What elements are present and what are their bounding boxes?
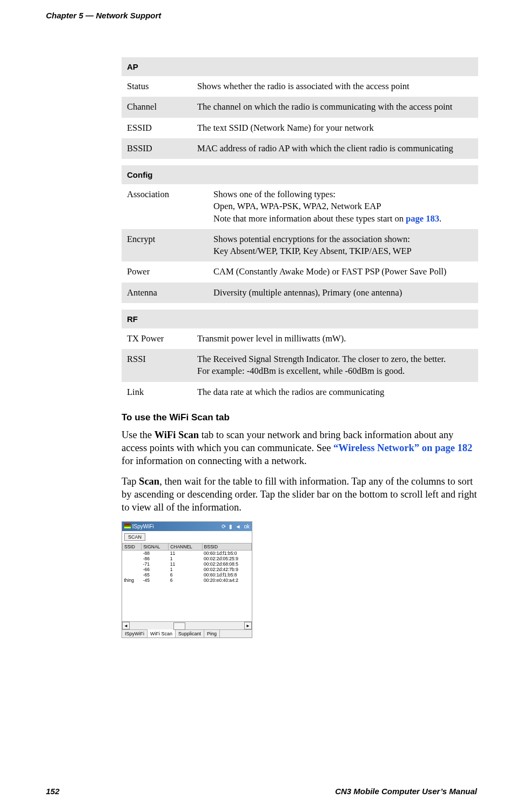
rf-heading: RF bbox=[122, 310, 478, 328]
row-key: Status bbox=[122, 76, 192, 97]
row-val: The data rate at which the radios are co… bbox=[192, 382, 478, 402]
table-row: -881100:60:1d:f1:b5:0 bbox=[123, 551, 252, 556]
table-row: thing-45600:20:e0:40:a4:2 bbox=[123, 578, 252, 583]
row-val: CAM (Constantly Awake Mode) or FAST PSP … bbox=[208, 261, 478, 282]
col-channel[interactable]: CHANNEL bbox=[169, 543, 202, 551]
scroll-thumb[interactable] bbox=[173, 622, 185, 630]
speaker-icon: ◄ bbox=[236, 524, 241, 529]
table-row: -711100:02:2d:68:08:5 bbox=[123, 561, 252, 567]
row-key: Link bbox=[122, 382, 192, 402]
tab-ping[interactable]: Ping bbox=[204, 630, 220, 637]
col-ssid[interactable]: SSID bbox=[123, 543, 142, 551]
text: , then wait for the table to fill with i… bbox=[122, 476, 477, 513]
row-val: Shows potential encryptions for the asso… bbox=[208, 229, 478, 262]
paragraph: Use the WiFi Scan tab to scan your netwo… bbox=[122, 428, 478, 467]
table-row: Antenna Diversity (multiple antennas), P… bbox=[122, 283, 478, 303]
ap-heading: AP bbox=[122, 57, 478, 76]
row-key: BSSID bbox=[122, 138, 192, 159]
manual-title: CN3 Mobile Computer User’s Manual bbox=[335, 787, 477, 796]
sync-icon: ⟳ bbox=[222, 524, 226, 529]
row-key: RSSI bbox=[122, 349, 192, 382]
row-val: The channel on which the radio is commun… bbox=[192, 97, 478, 117]
config-heading: Config bbox=[122, 165, 478, 184]
row-val: Transmit power level in milliwatts (mW). bbox=[192, 328, 478, 349]
window-titlebar: ISpyWiFi ⟳ ▮ ◄ ok bbox=[122, 522, 252, 531]
scroll-track[interactable] bbox=[130, 622, 244, 629]
row-key: Encrypt bbox=[122, 229, 208, 262]
horizontal-scrollbar[interactable]: ◄ ► bbox=[122, 621, 252, 629]
col-signal[interactable]: SIGNAL bbox=[142, 543, 169, 551]
page-link[interactable]: page 183 bbox=[406, 213, 439, 224]
table-row: ESSID The text SSID (Network Name) for y… bbox=[122, 118, 478, 138]
text-bold: WiFi Scan bbox=[155, 430, 199, 440]
tab-ispywifi[interactable]: ISpyWiFi bbox=[122, 630, 147, 637]
paragraph: Tap Scan, then wait for the table to fil… bbox=[122, 475, 478, 514]
table-row: Association Shows one of the following t… bbox=[122, 184, 478, 229]
start-flag-icon bbox=[124, 524, 131, 528]
table-row: -66100:02:2d:42:7b:9 bbox=[123, 567, 252, 572]
section-heading: To use the WiFi Scan tab bbox=[122, 412, 478, 423]
row-key: Antenna bbox=[122, 283, 208, 303]
table-row: BSSID MAC address of radio AP with which… bbox=[122, 138, 478, 159]
row-val: The Received Signal Strength Indicator. … bbox=[192, 349, 478, 382]
device-screenshot: ISpyWiFi ⟳ ▮ ◄ ok SCAN SSID SIGNAL CHANN… bbox=[122, 521, 252, 638]
scan-results-area: SSID SIGNAL CHANNEL BSSID -881100:60:1d:… bbox=[122, 543, 252, 621]
page-number: 152 bbox=[46, 787, 59, 796]
ok-button[interactable]: ok bbox=[244, 524, 250, 529]
wireless-network-link[interactable]: “Wireless Network” on page 182 bbox=[333, 442, 472, 453]
row-text: Key Absent/WEP, TKIP, Key Absent, TKIP/A… bbox=[213, 246, 412, 256]
main-content: AP Status Shows whether the radio is ass… bbox=[122, 57, 478, 638]
row-key: Channel bbox=[122, 97, 192, 117]
window-title-text: ISpyWiFi bbox=[132, 524, 154, 529]
tab-wifi-scan[interactable]: WiFi Scan bbox=[147, 629, 176, 637]
page-header: Chapter 5 — Network Support bbox=[46, 11, 161, 20]
table-row: Power CAM (Constantly Awake Mode) or FAS… bbox=[122, 261, 478, 282]
table-row: Channel The channel on which the radio i… bbox=[122, 97, 478, 117]
rf-table: RF TX Power Transmit power level in mill… bbox=[122, 310, 478, 402]
scan-results-table: SSID SIGNAL CHANNEL BSSID -881100:60:1d:… bbox=[122, 543, 252, 583]
col-bssid[interactable]: BSSID bbox=[202, 543, 251, 551]
row-text: Shows potential encryptions for the asso… bbox=[213, 234, 410, 244]
row-val: The text SSID (Network Name) for your ne… bbox=[192, 118, 478, 138]
bottom-tabs: ISpyWiFi WiFi Scan Supplicant Ping bbox=[122, 629, 252, 637]
scroll-right-arrow[interactable]: ► bbox=[244, 622, 252, 629]
ap-table: AP Status Shows whether the radio is ass… bbox=[122, 57, 478, 159]
row-key: Power bbox=[122, 261, 208, 282]
signal-icon: ▮ bbox=[229, 524, 232, 529]
text: for information on connecting with a net… bbox=[122, 455, 307, 466]
config-table: Config Association Shows one of the foll… bbox=[122, 165, 478, 303]
table-row: -86100:02:2d:05:25:9 bbox=[123, 556, 252, 561]
row-text: Open, WPA, WPA-PSK, WPA2, Network EAP bbox=[213, 201, 381, 211]
row-key: TX Power bbox=[122, 328, 192, 349]
row-key: ESSID bbox=[122, 118, 192, 138]
row-text: . bbox=[439, 213, 441, 224]
table-row: Link The data rate at which the radios a… bbox=[122, 382, 478, 402]
text-bold: Scan bbox=[139, 476, 159, 487]
scan-button[interactable]: SCAN bbox=[124, 533, 145, 541]
row-val: Shows one of the following types: Open, … bbox=[208, 184, 478, 229]
chapter-title: Chapter 5 — Network Support bbox=[46, 11, 161, 20]
table-row: Status Shows whether the radio is associ… bbox=[122, 76, 478, 97]
table-row: -65600:60:1d:f1:b5:8 bbox=[123, 572, 252, 578]
table-row: Encrypt Shows potential encryptions for … bbox=[122, 229, 478, 262]
table-row: RSSI The Received Signal Strength Indica… bbox=[122, 349, 478, 382]
row-text: Shows one of the following types: bbox=[213, 189, 336, 199]
scroll-left-arrow[interactable]: ◄ bbox=[122, 622, 130, 629]
tab-supplicant[interactable]: Supplicant bbox=[176, 630, 204, 637]
text: Use the bbox=[122, 430, 155, 440]
row-val: MAC address of radio AP with which the c… bbox=[192, 138, 478, 159]
page-footer: 152 CN3 Mobile Computer User’s Manual bbox=[46, 787, 477, 796]
row-text: For example: -40dBm is excellent, while … bbox=[197, 366, 405, 376]
row-text: Note that more information about these t… bbox=[213, 213, 406, 224]
window-title: ISpyWiFi bbox=[124, 524, 154, 529]
row-val: Shows whether the radio is associated wi… bbox=[192, 76, 478, 97]
row-key: Association bbox=[122, 184, 208, 229]
row-val: Diversity (multiple antennas), Primary (… bbox=[208, 283, 478, 303]
text: Tap bbox=[122, 476, 139, 487]
row-text: The Received Signal Strength Indicator. … bbox=[197, 354, 446, 364]
table-row: TX Power Transmit power level in milliwa… bbox=[122, 328, 478, 349]
